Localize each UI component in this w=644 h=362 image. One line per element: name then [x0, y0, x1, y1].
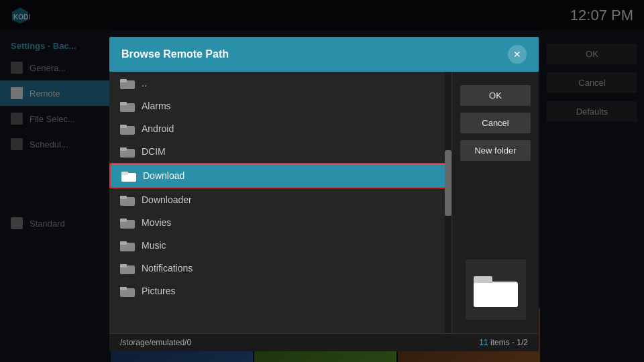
scrollbar-track[interactable]	[445, 72, 451, 333]
list-item-pictures[interactable]: Pictures	[109, 280, 451, 302]
dialog-footer: /storage/emulated/0 11 items - 1/2	[109, 333, 539, 351]
list-item-movies-label: Movies	[142, 217, 171, 228]
new-folder-button[interactable]: New folder	[460, 140, 531, 161]
dialog-header: Browse Remote Path ✕	[109, 37, 539, 72]
list-item-downloader[interactable]: Downloader	[109, 188, 451, 211]
list-item-android-label: Android	[142, 123, 174, 134]
folder-preview	[466, 259, 526, 320]
svg-rect-19	[120, 264, 127, 267]
svg-rect-11	[121, 172, 128, 175]
folder-icon-movies	[120, 217, 135, 229]
footer-pages: 1/2	[517, 338, 528, 347]
folder-icon-pictures	[120, 285, 135, 297]
folder-icon-dcim	[120, 145, 135, 158]
svg-rect-3	[120, 79, 127, 82]
folder-icon-download	[121, 170, 136, 182]
folder-icon-parent	[120, 77, 135, 89]
list-item-android[interactable]: Android	[109, 117, 451, 140]
list-item-dcim-label: DCIM	[142, 146, 166, 157]
footer-count: 11 items - 1/2	[479, 338, 528, 347]
ok-button[interactable]: OK	[460, 85, 531, 106]
svg-rect-13	[120, 196, 127, 199]
list-item-parent[interactable]: ..	[109, 72, 451, 95]
dialog-close-button[interactable]: ✕	[508, 45, 527, 64]
folder-icon-music	[120, 239, 135, 251]
list-item-dcim[interactable]: DCIM	[109, 140, 451, 163]
list-item-movies[interactable]: Movies	[109, 211, 451, 234]
browse-remote-path-dialog: Browse Remote Path ✕ ..	[109, 37, 539, 351]
list-item-notifications-label: Notifications	[142, 263, 193, 274]
footer-path: /storage/emulated/0	[120, 338, 191, 347]
folder-icon-downloader	[120, 194, 135, 206]
list-item-pictures-label: Pictures	[142, 286, 176, 296]
cancel-button[interactable]: Cancel	[460, 113, 531, 133]
footer-count-highlight: 11	[479, 338, 488, 347]
scrollbar-thumb[interactable]	[445, 150, 451, 216]
folder-icon-android	[120, 123, 135, 135]
dialog-title: Browse Remote Path	[121, 48, 229, 60]
list-item-download[interactable]: Download	[109, 163, 451, 188]
list-item-alarms[interactable]: Alarms	[109, 95, 451, 117]
svg-rect-21	[120, 287, 127, 290]
list-item-notifications[interactable]: Notifications	[109, 257, 451, 280]
list-item-parent-label: ..	[142, 78, 147, 88]
list-item-alarms-label: Alarms	[142, 101, 171, 111]
svg-rect-17	[120, 241, 127, 245]
list-item-music-label: Music	[142, 240, 166, 251]
dialog-body: .. Alarms Android	[109, 72, 539, 333]
list-item-music[interactable]: Music	[109, 234, 451, 257]
action-panel: OK Cancel New folder	[451, 72, 539, 333]
folder-icon-alarms	[120, 100, 135, 112]
footer-count-label: items -	[490, 338, 515, 347]
list-item-download-label: Download	[143, 170, 184, 181]
close-icon: ✕	[513, 49, 521, 60]
file-list: .. Alarms Android	[109, 72, 451, 302]
list-item-downloader-label: Downloader	[142, 194, 192, 205]
svg-rect-7	[120, 125, 127, 128]
folder-icon-notifications	[120, 262, 135, 274]
svg-rect-24	[474, 283, 518, 307]
svg-rect-9	[120, 147, 127, 151]
svg-rect-5	[120, 102, 127, 105]
file-list-area: .. Alarms Android	[109, 72, 451, 333]
svg-rect-15	[120, 219, 127, 222]
